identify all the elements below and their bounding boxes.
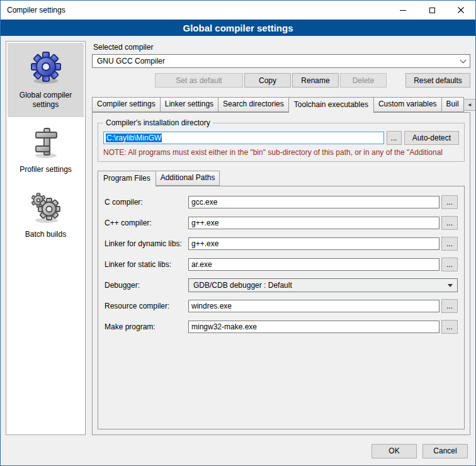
sidebar-item-label: Batch builds xyxy=(25,230,66,239)
installation-directory-row: C:\raylib\MinGW ... Auto-detect xyxy=(103,131,459,145)
tab-search-directories[interactable]: Search directories xyxy=(218,97,289,112)
linker-static-libs-input[interactable]: ar.exe xyxy=(188,258,439,271)
installation-directory-group-title: Compiler's installation directory xyxy=(103,118,213,127)
linker-dynamic-libs-value: g++.exe xyxy=(191,239,218,248)
auto-detect-button[interactable]: Auto-detect xyxy=(404,131,459,145)
program-files-panel: C compiler:gcc.exe...C++ compiler:g++.ex… xyxy=(98,186,465,429)
chevron-down-icon xyxy=(460,57,467,63)
resource-compiler-browse-button[interactable]: ... xyxy=(441,299,458,313)
settings-category-list: Global compiler settings Profiler settin… xyxy=(6,41,86,435)
sidebar-item-global-compiler-settings[interactable]: Global compiler settings xyxy=(8,43,84,117)
batch-builds-gears-icon xyxy=(29,190,63,224)
browse-directory-button[interactable]: ... xyxy=(387,131,402,145)
tab-buil[interactable]: Buil xyxy=(441,97,464,112)
debugger-select[interactable]: GDB/CDB debugger : Default xyxy=(188,278,458,292)
toolchain-field-row: Debugger:GDB/CDB debugger : Default xyxy=(105,278,458,292)
sidebar-item-label: Profiler settings xyxy=(20,165,72,174)
installation-directory-group: Compiler's installation directory C:\ray… xyxy=(98,123,465,162)
tab-toolchain-executables[interactable]: Toolchain executables xyxy=(288,97,374,113)
close-icon xyxy=(458,7,464,13)
copy-button[interactable]: Copy xyxy=(244,73,291,88)
linker-static-libs-browse-button[interactable]: ... xyxy=(441,258,458,271)
linker-dynamic-libs-browse-button[interactable]: ... xyxy=(441,237,458,251)
installation-directory-value: C:\raylib\MinGW xyxy=(106,134,162,142)
selected-compiler-dropdown[interactable]: GNU GCC Compiler xyxy=(92,54,470,68)
cpp-compiler-browse-button[interactable]: ... xyxy=(441,216,458,230)
make-program-value: mingw32-make.exe xyxy=(191,322,257,331)
toolchain-field-row: Linker for static libs:ar.exe... xyxy=(105,258,458,271)
tab-scroll-left-button[interactable]: ◄ xyxy=(463,99,476,111)
toolchain-field-row: Linker for dynamic libs:g++.exe... xyxy=(105,237,458,251)
cancel-button[interactable]: Cancel xyxy=(422,444,468,458)
minimize-icon xyxy=(400,10,406,11)
cpp-compiler-label: C++ compiler: xyxy=(105,219,186,227)
close-button[interactable] xyxy=(446,1,475,20)
make-program-browse-button[interactable]: ... xyxy=(441,320,458,334)
linker-static-libs-value: ar.exe xyxy=(191,260,212,269)
installation-directory-input[interactable]: C:\raylib\MinGW xyxy=(103,132,384,144)
left-arrow-icon: ◄ xyxy=(467,102,472,108)
resource-compiler-input[interactable]: windres.exe xyxy=(188,300,439,312)
global-compiler-gear-icon xyxy=(29,51,63,85)
tab-linker-settings[interactable]: Linker settings xyxy=(160,97,218,112)
debugger-value: GDB/CDB debugger : Default xyxy=(193,281,292,290)
c-compiler-browse-button[interactable]: ... xyxy=(441,195,458,209)
tab-compiler-settings[interactable]: Compiler settings xyxy=(92,97,161,112)
minimize-button[interactable] xyxy=(388,1,417,20)
window-controls xyxy=(388,1,475,20)
compiler-button-row: Set as default Copy Rename Delete Reset … xyxy=(92,73,470,88)
sidebar-item-profiler-settings[interactable]: Profiler settings xyxy=(8,117,84,182)
settings-tabs: Compiler settingsLinker settingsSearch d… xyxy=(92,97,463,112)
reset-defaults-button[interactable]: Reset defaults xyxy=(405,73,470,88)
linker-dynamic-libs-input[interactable]: g++.exe xyxy=(188,237,439,250)
set-as-default-button: Set as default xyxy=(155,73,243,88)
dropdown-arrow-icon xyxy=(448,284,453,287)
toolchain-field-row: C compiler:gcc.exe... xyxy=(105,195,458,209)
c-compiler-label: C compiler: xyxy=(105,198,186,207)
dialog-footer: OK Cancel xyxy=(1,440,475,465)
program-files-subtabs: Program FilesAdditional Paths xyxy=(98,171,465,186)
rename-button[interactable]: Rename xyxy=(292,73,339,88)
c-compiler-value: gcc.exe xyxy=(191,198,217,207)
toolchain-executables-panel: Compiler's installation directory C:\ray… xyxy=(92,112,470,435)
bin-subdirectory-note: NOTE: All programs must exist either in … xyxy=(103,148,459,157)
settings-tabstrip: Compiler settingsLinker settingsSearch d… xyxy=(92,97,470,112)
debugger-label: Debugger: xyxy=(105,281,186,290)
dialog-header-title: Global compiler settings xyxy=(1,20,475,36)
c-compiler-input[interactable]: gcc.exe xyxy=(188,196,439,208)
ok-button[interactable]: OK xyxy=(371,444,417,458)
linker-static-libs-label: Linker for static libs: xyxy=(105,260,186,269)
selected-compiler-value: GNU GCC Compiler xyxy=(97,57,165,65)
maximize-button[interactable] xyxy=(417,1,446,20)
subtab-program-files[interactable]: Program Files xyxy=(98,171,156,186)
sidebar-item-label: Global compiler settings xyxy=(10,91,81,110)
cpp-compiler-input[interactable]: g++.exe xyxy=(188,217,439,229)
main-panel: Selected compiler GNU GCC Compiler Set a… xyxy=(92,41,470,435)
delete-button: Delete xyxy=(340,73,387,88)
dialog-body: Global compiler settings Profiler settin… xyxy=(1,36,475,440)
tab-scroll-controls: ◄ ► xyxy=(463,99,476,111)
compiler-settings-window: Compiler settings Global compiler settin… xyxy=(0,0,476,466)
selected-compiler-label: Selected compiler xyxy=(93,43,470,52)
make-program-label: Make program: xyxy=(105,322,186,331)
toolchain-field-row: Make program:mingw32-make.exe... xyxy=(105,320,458,334)
sidebar-item-batch-builds[interactable]: Batch builds xyxy=(8,182,84,247)
resource-compiler-value: windres.exe xyxy=(191,302,232,310)
cpp-compiler-value: g++.exe xyxy=(191,219,218,227)
maximize-icon xyxy=(429,8,435,13)
toolchain-field-row: C++ compiler:g++.exe... xyxy=(105,216,458,230)
subtab-additional-paths[interactable]: Additional Paths xyxy=(156,171,220,186)
make-program-input[interactable]: mingw32-make.exe xyxy=(188,321,439,333)
linker-dynamic-libs-label: Linker for dynamic libs: xyxy=(105,239,186,248)
resource-compiler-label: Resource compiler: xyxy=(105,302,186,310)
titlebar: Compiler settings xyxy=(1,1,475,20)
profiler-tool-icon xyxy=(29,125,63,159)
window-title: Compiler settings xyxy=(1,6,65,14)
tab-custom-variables[interactable]: Custom variables xyxy=(373,97,442,112)
toolchain-field-row: Resource compiler:windres.exe... xyxy=(105,299,458,313)
